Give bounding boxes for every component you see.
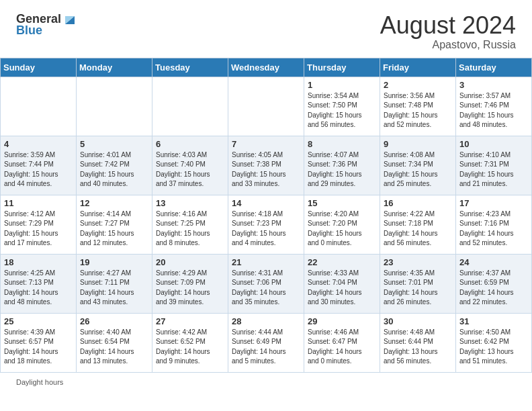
day-info: Sunrise: 4:01 AM Sunset: 7:42 PM Dayligh… xyxy=(80,150,148,189)
day-info: Sunrise: 4:22 AM Sunset: 7:18 PM Dayligh… xyxy=(384,210,452,248)
day-number: 14 xyxy=(232,198,300,208)
day-number: 31 xyxy=(459,316,528,326)
day-number: 24 xyxy=(459,257,528,267)
day-number: 5 xyxy=(80,139,148,149)
day-info: Sunrise: 3:57 AM Sunset: 7:46 PM Dayligh… xyxy=(459,91,528,130)
calendar-cell: 11Sunrise: 4:12 AM Sunset: 7:29 PM Dayli… xyxy=(1,195,77,254)
day-number: 18 xyxy=(4,257,73,267)
calendar-cell xyxy=(1,77,77,136)
day-info: Sunrise: 4:16 AM Sunset: 7:25 PM Dayligh… xyxy=(156,210,224,248)
page-header: General Blue August 2024 Apastovo, Russi… xyxy=(0,0,532,58)
day-info: Sunrise: 4:33 AM Sunset: 7:04 PM Dayligh… xyxy=(308,269,376,308)
calendar-table: SundayMondayTuesdayWednesdayThursdayFrid… xyxy=(0,58,532,373)
day-number: 9 xyxy=(384,139,452,149)
day-info: Sunrise: 3:56 AM Sunset: 7:48 PM Dayligh… xyxy=(384,91,452,130)
day-number: 22 xyxy=(308,257,376,267)
calendar-cell: 30Sunrise: 4:48 AM Sunset: 6:44 PM Dayli… xyxy=(380,313,456,372)
day-info: Sunrise: 4:31 AM Sunset: 7:06 PM Dayligh… xyxy=(232,269,300,308)
calendar-cell: 3Sunrise: 3:57 AM Sunset: 7:46 PM Daylig… xyxy=(456,77,532,136)
footer: Daylight hours xyxy=(0,373,532,389)
day-info: Sunrise: 4:18 AM Sunset: 7:23 PM Dayligh… xyxy=(232,210,300,248)
day-number: 26 xyxy=(80,316,148,326)
calendar-cell: 25Sunrise: 4:39 AM Sunset: 6:57 PM Dayli… xyxy=(1,313,77,372)
day-info: Sunrise: 4:50 AM Sunset: 6:42 PM Dayligh… xyxy=(459,328,528,367)
calendar-week-row: 25Sunrise: 4:39 AM Sunset: 6:57 PM Dayli… xyxy=(1,313,532,372)
day-info: Sunrise: 4:07 AM Sunset: 7:36 PM Dayligh… xyxy=(308,150,376,189)
day-info: Sunrise: 4:46 AM Sunset: 6:47 PM Dayligh… xyxy=(308,328,376,367)
month-year-title: August 2024 xyxy=(380,12,516,39)
day-number: 28 xyxy=(232,316,300,326)
calendar-cell: 5Sunrise: 4:01 AM Sunset: 7:42 PM Daylig… xyxy=(77,136,152,195)
calendar-cell: 15Sunrise: 4:20 AM Sunset: 7:20 PM Dayli… xyxy=(304,195,380,254)
calendar-cell: 12Sunrise: 4:14 AM Sunset: 7:27 PM Dayli… xyxy=(77,195,152,254)
calendar-cell: 21Sunrise: 4:31 AM Sunset: 7:06 PM Dayli… xyxy=(228,254,304,313)
day-info: Sunrise: 4:05 AM Sunset: 7:38 PM Dayligh… xyxy=(232,150,300,189)
day-of-week-header: Tuesday xyxy=(152,58,228,77)
calendar-cell: 6Sunrise: 4:03 AM Sunset: 7:40 PM Daylig… xyxy=(152,136,228,195)
calendar-cell: 27Sunrise: 4:42 AM Sunset: 6:52 PM Dayli… xyxy=(152,313,228,372)
day-number: 13 xyxy=(156,198,224,208)
calendar-header-row: SundayMondayTuesdayWednesdayThursdayFrid… xyxy=(1,58,532,77)
day-number: 7 xyxy=(232,139,300,149)
calendar-cell: 14Sunrise: 4:18 AM Sunset: 7:23 PM Dayli… xyxy=(228,195,304,254)
calendar-cell: 20Sunrise: 4:29 AM Sunset: 7:09 PM Dayli… xyxy=(152,254,228,313)
day-number: 10 xyxy=(459,139,528,149)
day-number: 25 xyxy=(4,316,73,326)
day-info: Sunrise: 3:59 AM Sunset: 7:44 PM Dayligh… xyxy=(4,150,73,189)
day-info: Sunrise: 4:35 AM Sunset: 7:01 PM Dayligh… xyxy=(384,269,452,308)
day-info: Sunrise: 4:40 AM Sunset: 6:54 PM Dayligh… xyxy=(80,328,148,367)
day-number: 30 xyxy=(384,316,452,326)
calendar-cell xyxy=(77,77,152,136)
day-number: 15 xyxy=(308,198,376,208)
day-info: Sunrise: 4:08 AM Sunset: 7:34 PM Dayligh… xyxy=(384,150,452,189)
day-info: Sunrise: 4:25 AM Sunset: 7:13 PM Dayligh… xyxy=(4,269,73,308)
day-of-week-header: Sunday xyxy=(1,58,77,77)
day-number: 6 xyxy=(156,139,224,149)
calendar-week-row: 1Sunrise: 3:54 AM Sunset: 7:50 PM Daylig… xyxy=(1,77,532,136)
calendar-cell: 16Sunrise: 4:22 AM Sunset: 7:18 PM Dayli… xyxy=(380,195,456,254)
calendar-week-row: 18Sunrise: 4:25 AM Sunset: 7:13 PM Dayli… xyxy=(1,254,532,313)
calendar-cell: 2Sunrise: 3:56 AM Sunset: 7:48 PM Daylig… xyxy=(380,77,456,136)
day-info: Sunrise: 4:20 AM Sunset: 7:20 PM Dayligh… xyxy=(308,210,376,248)
day-number: 8 xyxy=(308,139,376,149)
day-info: Sunrise: 4:29 AM Sunset: 7:09 PM Dayligh… xyxy=(156,269,224,308)
day-number: 20 xyxy=(156,257,224,267)
day-info: Sunrise: 4:23 AM Sunset: 7:16 PM Dayligh… xyxy=(459,210,528,248)
day-number: 2 xyxy=(384,80,452,90)
calendar-cell: 28Sunrise: 4:44 AM Sunset: 6:49 PM Dayli… xyxy=(228,313,304,372)
day-info: Sunrise: 4:12 AM Sunset: 7:29 PM Dayligh… xyxy=(4,210,73,248)
calendar-week-row: 11Sunrise: 4:12 AM Sunset: 7:29 PM Dayli… xyxy=(1,195,532,254)
day-info: Sunrise: 3:54 AM Sunset: 7:50 PM Dayligh… xyxy=(308,91,376,130)
day-info: Sunrise: 4:37 AM Sunset: 6:59 PM Dayligh… xyxy=(459,269,528,308)
calendar-cell: 29Sunrise: 4:46 AM Sunset: 6:47 PM Dayli… xyxy=(304,313,380,372)
day-number: 17 xyxy=(459,198,528,208)
day-number: 3 xyxy=(459,80,528,90)
day-info: Sunrise: 4:44 AM Sunset: 6:49 PM Dayligh… xyxy=(232,328,300,367)
day-info: Sunrise: 4:27 AM Sunset: 7:11 PM Dayligh… xyxy=(80,269,148,308)
calendar-cell: 31Sunrise: 4:50 AM Sunset: 6:42 PM Dayli… xyxy=(456,313,532,372)
calendar-cell: 22Sunrise: 4:33 AM Sunset: 7:04 PM Dayli… xyxy=(304,254,380,313)
calendar-cell: 4Sunrise: 3:59 AM Sunset: 7:44 PM Daylig… xyxy=(1,136,77,195)
day-of-week-header: Monday xyxy=(77,58,152,77)
day-info: Sunrise: 4:14 AM Sunset: 7:27 PM Dayligh… xyxy=(80,210,148,248)
daylight-label: Daylight hours xyxy=(16,378,63,386)
title-block: August 2024 Apastovo, Russia xyxy=(380,12,516,51)
day-number: 11 xyxy=(4,198,73,208)
logo-blue: Blue xyxy=(16,24,42,38)
day-number: 23 xyxy=(384,257,452,267)
day-number: 4 xyxy=(4,139,73,149)
day-info: Sunrise: 4:42 AM Sunset: 6:52 PM Dayligh… xyxy=(156,328,224,367)
logo-icon xyxy=(62,12,77,27)
day-number: 19 xyxy=(80,257,148,267)
day-of-week-header: Wednesday xyxy=(228,58,304,77)
day-info: Sunrise: 4:10 AM Sunset: 7:31 PM Dayligh… xyxy=(459,150,528,189)
calendar-week-row: 4Sunrise: 3:59 AM Sunset: 7:44 PM Daylig… xyxy=(1,136,532,195)
calendar-cell: 1Sunrise: 3:54 AM Sunset: 7:50 PM Daylig… xyxy=(304,77,380,136)
calendar-cell: 8Sunrise: 4:07 AM Sunset: 7:36 PM Daylig… xyxy=(304,136,380,195)
logo: General Blue xyxy=(16,12,77,38)
calendar-cell: 17Sunrise: 4:23 AM Sunset: 7:16 PM Dayli… xyxy=(456,195,532,254)
calendar-cell xyxy=(228,77,304,136)
calendar-cell: 24Sunrise: 4:37 AM Sunset: 6:59 PM Dayli… xyxy=(456,254,532,313)
day-number: 21 xyxy=(232,257,300,267)
day-number: 1 xyxy=(308,80,376,90)
